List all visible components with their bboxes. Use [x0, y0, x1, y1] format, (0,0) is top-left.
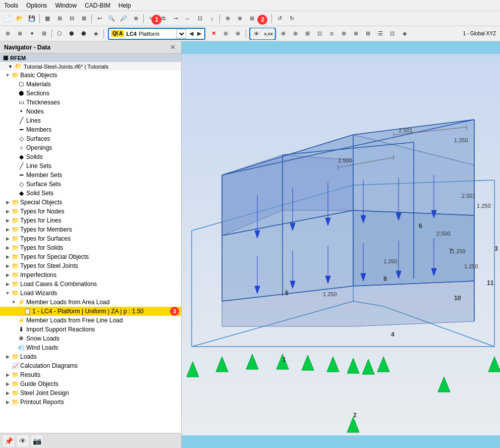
- expand-types-nodes[interactable]: ▶: [4, 209, 11, 214]
- tb8[interactable]: ⊕: [130, 13, 141, 24]
- expand-member-loads-area[interactable]: ▼: [10, 300, 17, 305]
- tree-item-steel-joint-design[interactable]: ▶ 📁 Steel Joint Design: [0, 388, 181, 398]
- tree-item-sections[interactable]: ⬢ Sections: [0, 89, 181, 98]
- tb34[interactable]: ⊡: [314, 28, 325, 39]
- tree-item-types-surfaces[interactable]: ▶ 📁 Types for Surfaces: [0, 234, 181, 243]
- tb33[interactable]: ⊞: [302, 28, 313, 39]
- open-button[interactable]: 📂: [14, 13, 25, 24]
- tb32[interactable]: ⊗: [290, 28, 301, 39]
- expand-results[interactable]: ▶: [4, 372, 11, 377]
- tb41[interactable]: ◈: [399, 28, 410, 39]
- tb16[interactable]: ⊗: [234, 13, 245, 24]
- tree-item-results[interactable]: ▶ 📁 Results: [0, 370, 181, 379]
- tree-item-snow-loads[interactable]: ❄ Snow Loads: [0, 334, 181, 343]
- tb15[interactable]: ⊕: [222, 13, 233, 24]
- expand-load-cases[interactable]: ▶: [4, 282, 11, 287]
- tree-item-wind-loads[interactable]: 💨 Wind Loads: [0, 343, 181, 352]
- nav-file-row[interactable]: ▼ 📁 Tutorial-Steel-Joints.rf6* | Tutoria…: [0, 62, 181, 71]
- expand-types-surfaces[interactable]: ▶: [4, 236, 11, 241]
- tb27[interactable]: ⬣: [78, 28, 89, 39]
- expand-guide-objects[interactable]: ▶: [4, 381, 11, 386]
- menu-options[interactable]: Options: [26, 2, 47, 9]
- expand-loads[interactable]: ▶: [4, 354, 11, 359]
- view-btn-1[interactable]: 👁: [251, 28, 262, 39]
- close-lc-btn[interactable]: ✕: [208, 28, 219, 39]
- tb3[interactable]: ⊟: [66, 13, 77, 24]
- tree-item-load-1[interactable]: 📋 1 - LC4 - Platform | Uniform | ZA | p …: [0, 307, 181, 316]
- nav-btn-add[interactable]: 📌: [3, 435, 14, 446]
- menu-help[interactable]: Help: [119, 2, 131, 9]
- tree-item-solids[interactable]: ◆ Solids: [0, 152, 181, 161]
- tree-item-types-special[interactable]: ▶ 📁 Types for Special Objects: [0, 252, 181, 261]
- nav-btn-camera[interactable]: 📷: [31, 435, 42, 446]
- nav-btn-eye[interactable]: 👁: [17, 435, 28, 446]
- tree-item-nodes[interactable]: • Nodes: [0, 107, 181, 116]
- tree-item-types-steel-joints[interactable]: ▶ 📁 Types for Steel Joints: [0, 261, 181, 270]
- expand-types-steel[interactable]: ▶: [4, 263, 11, 268]
- tb26[interactable]: ⬢: [66, 28, 77, 39]
- tree-item-member-loads-area[interactable]: ▼ ⚡ Member Loads from Area Load: [0, 298, 181, 307]
- tree-item-openings[interactable]: ○ Openings: [0, 143, 181, 152]
- view-btn-2[interactable]: x,xx: [263, 28, 274, 39]
- nav-next[interactable]: ▶: [196, 30, 202, 37]
- menu-window[interactable]: Window: [55, 2, 77, 9]
- tb21[interactable]: ⊕: [2, 28, 13, 39]
- save-button[interactable]: 💾: [26, 13, 37, 24]
- expand-types-members[interactable]: ▶: [4, 227, 11, 232]
- tree-item-loads[interactable]: ▶ 📁 Loads: [0, 352, 181, 361]
- tb7[interactable]: 🔎: [118, 13, 129, 24]
- tree-item-load-cases[interactable]: ▶ 📁 Load Cases & Combinations: [0, 279, 181, 289]
- tb29[interactable]: ⊛: [220, 28, 232, 39]
- tree-item-printout-reports[interactable]: ▶ 📁 Printout Reports: [0, 398, 181, 407]
- tb28[interactable]: ◈: [90, 28, 101, 39]
- tb23[interactable]: ✦: [26, 28, 37, 39]
- tb25[interactable]: ⬡: [54, 28, 65, 39]
- tb6[interactable]: 🔍: [106, 13, 117, 24]
- tb1[interactable]: ▦: [42, 13, 53, 24]
- tree-item-types-nodes[interactable]: ▶ 📁 Types for Nodes: [0, 207, 181, 216]
- tb20[interactable]: ↻: [286, 13, 297, 24]
- tree-item-thicknesses[interactable]: ▭ Thicknesses: [0, 98, 181, 107]
- expand-steel-joint[interactable]: ▶: [4, 390, 11, 396]
- expand-root[interactable]: ▼: [8, 64, 13, 69]
- tree-item-special-objects[interactable]: ▶ 📁 Special Objects: [0, 198, 181, 207]
- tree-item-guide-objects[interactable]: ▶ 📁 Guide Objects: [0, 379, 181, 388]
- tb24[interactable]: ⊞: [38, 28, 49, 39]
- menu-tools[interactable]: Tools: [4, 2, 18, 9]
- tb11[interactable]: ⊸: [170, 13, 181, 24]
- tb37[interactable]: ⊗: [351, 28, 362, 39]
- load-case-dropdown[interactable]: [176, 29, 186, 38]
- nav-prev[interactable]: ◀: [188, 30, 194, 37]
- tb22[interactable]: ⊗: [14, 28, 25, 39]
- tree-item-line-sets[interactable]: ╱ Line Sets: [0, 161, 181, 171]
- tree-item-load-wizards[interactable]: → ▼ 📁 Load Wizards: [0, 289, 181, 298]
- tree-item-import-support[interactable]: ⬇ Import Support Reactions: [0, 325, 181, 334]
- tree-item-imperfections[interactable]: ▶ 📁 Imperfections: [0, 270, 181, 279]
- tree-item-solid-sets[interactable]: ◆ Solid Sets: [0, 189, 181, 198]
- tb5[interactable]: ↩: [94, 13, 105, 24]
- expand-types-special[interactable]: ▶: [4, 254, 11, 259]
- tb36[interactable]: ⊕: [339, 28, 350, 39]
- expand-basic-objects[interactable]: ▼: [4, 73, 11, 78]
- tree-item-member-sets[interactable]: ━ Member Sets: [0, 171, 181, 180]
- tb2[interactable]: ⊞: [54, 13, 65, 24]
- tb31[interactable]: ⊕: [278, 28, 289, 39]
- tb12[interactable]: ↔: [182, 13, 193, 24]
- expand-imperfections[interactable]: ▶: [4, 272, 11, 277]
- tb38[interactable]: ⊞: [363, 28, 374, 39]
- tb39[interactable]: ☰: [375, 28, 386, 39]
- tree-item-lines[interactable]: ╱ Lines: [0, 116, 181, 125]
- tb35[interactable]: ⧈: [326, 28, 338, 39]
- tree-item-types-members[interactable]: ▶ 📁 Types for Members: [0, 225, 181, 234]
- tb14[interactable]: ↕: [206, 13, 217, 24]
- tb13[interactable]: ⊡: [194, 13, 205, 24]
- expand-types-solids[interactable]: ▶: [4, 245, 11, 250]
- tree-item-types-solids[interactable]: ▶ 📁 Types for Solids: [0, 243, 181, 252]
- tree-item-surfaces[interactable]: ◇ Surfaces: [0, 134, 181, 143]
- tb19[interactable]: ↺: [274, 13, 285, 24]
- menu-cad-bim[interactable]: CAD-BIM: [85, 2, 110, 9]
- tb40[interactable]: ⊡: [387, 28, 398, 39]
- load-case-selector[interactable]: QI A LC4 Platform ◀ ▶: [108, 28, 205, 40]
- tree-item-types-lines[interactable]: ▶ 📁 Types for Lines: [0, 216, 181, 225]
- tree-item-surface-sets[interactable]: ◇ Surface Sets: [0, 180, 181, 189]
